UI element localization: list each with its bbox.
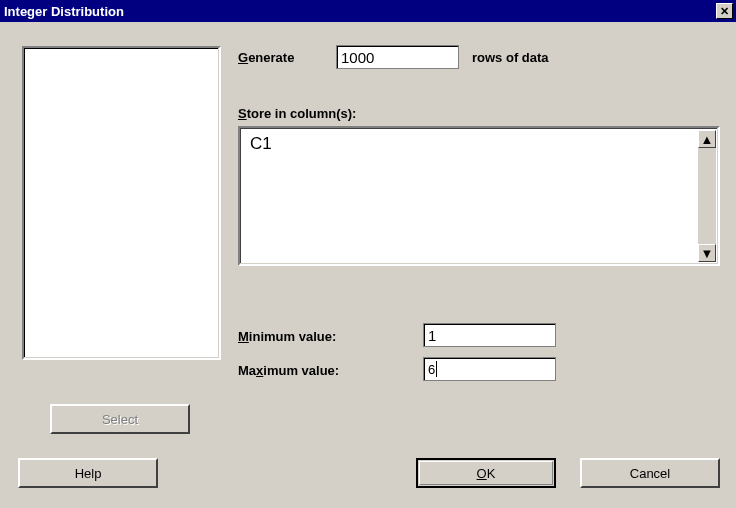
store-in-columns-label: Store in column(s): xyxy=(238,106,356,121)
chevron-down-icon: ▼ xyxy=(701,246,714,261)
help-button[interactable]: Help xyxy=(18,458,158,488)
generate-rows-input[interactable] xyxy=(336,45,459,69)
window-title: Integer Distribution xyxy=(4,4,716,19)
store-columns-text: C1 xyxy=(240,128,718,264)
close-button[interactable]: ✕ xyxy=(716,3,733,19)
titlebar[interactable]: Integer Distribution ✕ xyxy=(0,0,736,22)
variable-list[interactable] xyxy=(22,46,221,360)
close-icon: ✕ xyxy=(720,6,729,17)
scroll-down-button[interactable]: ▼ xyxy=(698,244,716,262)
cancel-button[interactable]: Cancel xyxy=(580,458,720,488)
columns-scrollbar[interactable]: ▲ ▼ xyxy=(698,130,716,262)
text-caret xyxy=(436,361,437,377)
select-button: Select xyxy=(50,404,190,434)
scroll-up-button[interactable]: ▲ xyxy=(698,130,716,148)
minimum-value-label: Minimum value: xyxy=(238,329,336,344)
ok-button[interactable]: OK xyxy=(416,458,556,488)
rows-of-data-label: rows of data xyxy=(472,50,549,65)
store-columns-input[interactable]: C1 ▲ ▼ xyxy=(238,126,720,266)
maximum-value-input[interactable]: 6 xyxy=(423,357,556,381)
minimum-value-input[interactable] xyxy=(423,323,556,347)
chevron-up-icon: ▲ xyxy=(701,132,714,147)
generate-label: Generate xyxy=(238,50,294,65)
maximum-value-label: Maximum value: xyxy=(238,363,339,378)
